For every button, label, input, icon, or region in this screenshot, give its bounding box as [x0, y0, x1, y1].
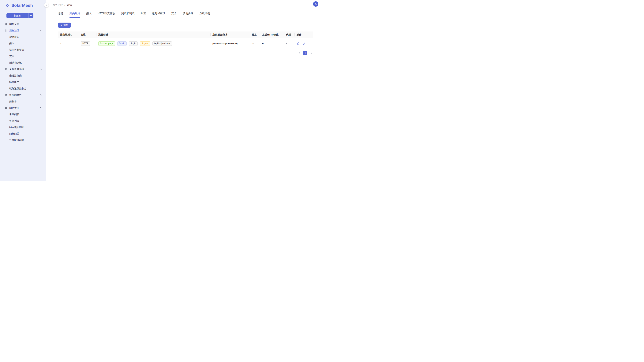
sidebar-item-cluster-list[interactable]: 集群列表 — [3, 111, 44, 118]
edit-icon[interactable] — [303, 42, 306, 45]
globe-icon — [4, 22, 8, 26]
chevron-up-icon — [40, 68, 42, 70]
cell-actions — [295, 42, 313, 45]
tab-panel-route-rules: + 添加 路由规则ID 协议 流量筛选 上游服务/版本 转发 发送HTTP响应 … — [46, 18, 322, 55]
sidebar-item-tracing-console[interactable]: 链路追踪控制台 — [3, 85, 44, 92]
column-header-protocol: 协议 — [79, 33, 96, 36]
page: SolarMesh 新服务 网格全景 服务治理 — [0, 0, 322, 181]
chevron-left-icon — [298, 52, 300, 54]
app-title: SolarMesh — [12, 3, 33, 8]
prev-page-button[interactable] — [297, 51, 301, 55]
tab-overview[interactable]: 总览 — [58, 10, 64, 18]
new-service-label[interactable]: 新服务 — [6, 13, 28, 18]
sidebar-group-global-traffic[interactable]: 全局流量治理 — [3, 66, 44, 72]
main-content: 服务治理 / 详情 A 总览 路由规则 接入 HTTP报文修改 测试和调试 限速… — [46, 0, 322, 181]
sidebar-item-mesh-overview[interactable]: 网格全景 — [3, 21, 44, 27]
sidebar-item-label-route[interactable]: 标签路由 — [3, 79, 44, 85]
sidebar-group-service-governance[interactable]: 服务治理 — [3, 27, 44, 34]
tabs: 总览 路由规则 接入 HTTP报文修改 测试和调试 限速 超时和重试 安全 多地… — [58, 10, 313, 18]
solarmesh-logo-icon — [5, 3, 10, 8]
tab-load-balance[interactable]: 负载均衡 — [200, 10, 210, 18]
monitor-alert-icon — [4, 93, 8, 97]
sidebar-item-console[interactable]: 控制台 — [3, 98, 44, 105]
cell-protocol: HTTP — [79, 41, 96, 46]
sidebar-item-test-debug[interactable]: 测试和调试 — [3, 59, 44, 66]
filter-tag: /api/v1/products — [152, 41, 172, 46]
tab-http-rewrite[interactable]: HTTP报文修改 — [98, 10, 115, 18]
svg-text:SM: SM — [5, 107, 7, 108]
column-header-actions: 操作 — [295, 33, 313, 36]
chevron-right-icon — [310, 52, 312, 54]
plus-icon: + — [60, 24, 62, 26]
cell-proxy: / — [284, 42, 295, 45]
tab-route-rules[interactable]: 路由规则 — [70, 10, 80, 18]
topbar: 服务治理 / 详情 A — [46, 0, 322, 10]
filter-tag: /login — [129, 41, 138, 46]
breadcrumb-parent[interactable]: 服务治理 — [53, 3, 63, 6]
protocol-tag: HTTP — [81, 41, 90, 46]
sidebar-collapse-button[interactable] — [44, 3, 48, 7]
cell-traffic-filter: /productpage /static /login /logout /api… — [96, 41, 210, 46]
cell-http-response: 0 — [260, 42, 284, 45]
cell-rule-id: 1 — [58, 42, 79, 45]
chevron-left-icon — [46, 4, 48, 6]
tab-security[interactable]: 安全 — [172, 10, 177, 18]
table-row: 1 HTTP /productpage /static /login /logo… — [58, 38, 313, 49]
sidebar-menu: 网格全景 服务治理 所有服务 接入 访问外部资源 安全 测试和调试 全局流 — [0, 18, 46, 143]
add-button-label: 添加 — [64, 23, 68, 27]
tab-test-debug[interactable]: 测试和调试 — [121, 10, 134, 18]
chevron-up-icon — [40, 94, 42, 96]
breadcrumb-separator: / — [64, 3, 65, 6]
filter-tag: /logout — [140, 41, 150, 46]
column-header-rule-id: 路由规则ID — [58, 33, 79, 36]
column-header-forward: 转发 — [250, 33, 260, 36]
add-button[interactable]: + 添加 — [58, 22, 71, 28]
column-header-upstream: 上游服务/版本 — [210, 33, 250, 36]
sidebar-item-tls-keys[interactable]: TLS秘钥管理 — [3, 137, 44, 143]
sidebar: SolarMesh 新服务 网格全景 服务治理 — [0, 0, 46, 181]
chevron-down-icon — [30, 14, 32, 17]
tabs-bar: 总览 路由规则 接入 HTTP报文修改 测试和调试 限速 超时和重试 安全 多地… — [58, 10, 313, 18]
sidebar-item-istio-resources[interactable]: istio资源管理 — [3, 124, 44, 130]
sidebar-item-mesh-gateway[interactable]: 网格网关 — [3, 130, 44, 137]
breadcrumb-current: 详情 — [67, 3, 72, 6]
new-service-button[interactable]: 新服务 — [6, 13, 34, 18]
sidebar-group-mesh-manage[interactable]: SM 网格管理 — [3, 105, 44, 111]
tab-timeout-retry[interactable]: 超时和重试 — [152, 10, 165, 18]
logo[interactable]: SolarMesh — [0, 0, 46, 11]
table-header: 路由规则ID 协议 流量筛选 上游服务/版本 转发 发送HTTP响应 代理 操作 — [58, 31, 313, 38]
tab-access[interactable]: 接入 — [86, 10, 92, 18]
sidebar-group-monitor-alert[interactable]: 监控和警告 — [3, 92, 44, 98]
column-header-proxy: 代理 — [284, 33, 295, 36]
column-header-traffic-filter: 流量筛选 — [96, 33, 210, 36]
sidebar-item-all-services[interactable]: 所有服务 — [3, 34, 44, 40]
service-grid-icon — [4, 29, 8, 32]
delete-icon[interactable] — [296, 42, 300, 45]
tab-multi-region[interactable]: 多地多活 — [183, 10, 194, 18]
sidebar-item-external-resources[interactable]: 访问外部资源 — [3, 47, 44, 53]
tab-rate-limit[interactable]: 限速 — [141, 10, 146, 18]
new-service-dropdown[interactable] — [28, 13, 34, 18]
chevron-up-icon — [40, 29, 42, 32]
filter-tag: /productpage — [98, 41, 115, 46]
avatar[interactable]: A — [313, 1, 318, 7]
breadcrumb: 服务治理 / 详情 — [53, 3, 72, 7]
pagination: 1 — [58, 51, 313, 55]
filter-tag: /static — [117, 41, 127, 46]
cell-forward: 0: — [250, 42, 260, 45]
route-rules-table: 路由规则ID 协议 流量筛选 上游服务/版本 转发 发送HTTP响应 代理 操作… — [58, 31, 313, 49]
column-header-http-response: 发送HTTP响应 — [260, 33, 284, 36]
sidebar-item-access[interactable]: 接入 — [3, 40, 44, 47]
sidebar-item-node-list[interactable]: 节点列表 — [3, 118, 44, 124]
global-traffic-icon — [4, 68, 8, 71]
sidebar-item-security[interactable]: 安全 — [3, 53, 44, 59]
sidebar-item-full-link-route[interactable]: 全链路路由 — [3, 72, 44, 79]
next-page-button[interactable] — [309, 51, 313, 55]
cell-upstream: productpage:9080:(0) — [210, 42, 250, 45]
current-page[interactable]: 1 — [303, 51, 308, 55]
chevron-up-icon — [40, 107, 42, 109]
mesh-manage-icon: SM — [4, 106, 8, 109]
